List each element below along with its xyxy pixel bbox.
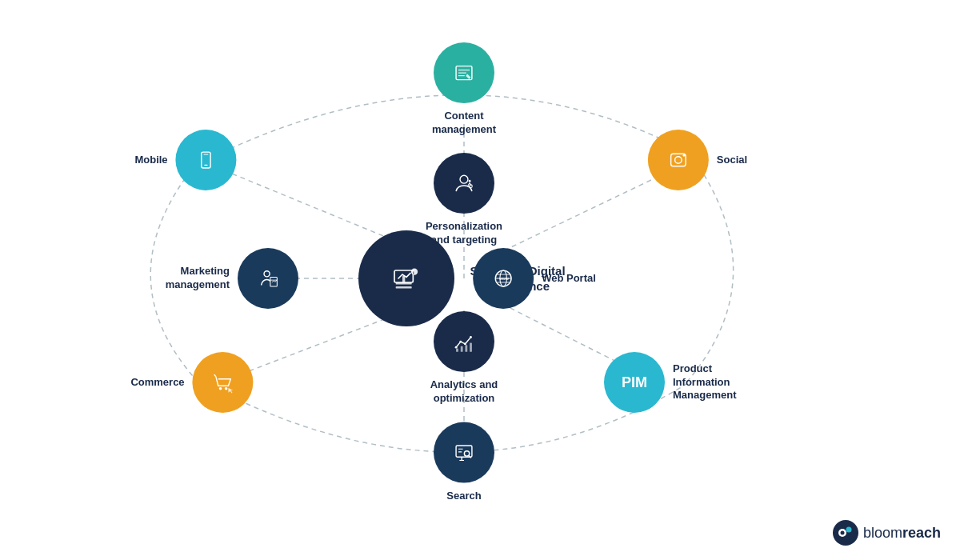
- diagram-container: .dash-line { stroke: #b0bec5; stroke-wid…: [0, 0, 960, 560]
- svg-rect-47: [456, 446, 472, 457]
- svg-point-14: [460, 175, 468, 183]
- marketing-circle: [238, 248, 298, 309]
- svg-point-40: [683, 154, 686, 157]
- commerce-node: Commerce: [130, 352, 253, 413]
- svg-point-44: [219, 387, 222, 390]
- svg-rect-30: [470, 343, 472, 352]
- svg-rect-10: [402, 276, 405, 282]
- personalization-node: Personalization and targeting: [416, 153, 512, 247]
- commerce-circle: [193, 352, 254, 413]
- svg-text:www: www: [498, 277, 509, 281]
- svg-point-56: [846, 527, 851, 533]
- svg-point-25: [464, 343, 466, 346]
- svg-rect-29: [465, 345, 467, 352]
- personalization-label: Personalization and targeting: [416, 220, 512, 247]
- logo-icon: [833, 520, 858, 546]
- pim-label: Product Information Management: [673, 362, 769, 403]
- logo-text: bloomreach: [863, 525, 941, 542]
- svg-point-23: [455, 346, 458, 349]
- svg-rect-9: [396, 286, 412, 289]
- web-portal-label: Web Portal: [542, 272, 596, 286]
- pim-text: PIM: [622, 374, 647, 391]
- logo: bloomreach: [833, 520, 941, 546]
- mobile-circle: [176, 130, 237, 190]
- analytics-circle: [434, 311, 494, 372]
- analytics-label: Analytics and optimization: [416, 378, 512, 406]
- social-label: Social: [717, 154, 747, 167]
- marketing-label: Marketing management: [134, 265, 230, 292]
- mobile-label: Mobile: [134, 154, 167, 167]
- personalization-circle: [434, 153, 494, 214]
- pim-circle: PIM: [604, 352, 665, 413]
- content-management-circle: [434, 42, 494, 103]
- pim-node: PIM Product Information Management: [604, 352, 769, 413]
- web-portal-circle: www: [473, 248, 534, 309]
- content-management-node: Content management: [416, 42, 512, 137]
- svg-line-46: [214, 374, 216, 377]
- svg-point-24: [459, 341, 462, 343]
- search-label: Search: [446, 490, 481, 503]
- content-management-label: Content management: [416, 110, 512, 137]
- social-circle: [648, 130, 709, 190]
- marketing-node: Marketing management: [134, 248, 298, 309]
- svg-point-12: [411, 269, 418, 275]
- svg-rect-27: [456, 349, 458, 352]
- svg-rect-42: [270, 278, 278, 286]
- svg-point-15: [469, 180, 471, 182]
- commerce-label: Commerce: [130, 376, 184, 390]
- mobile-node: Mobile: [134, 130, 236, 190]
- svg-point-45: [225, 387, 228, 390]
- search-circle: [434, 422, 494, 483]
- svg-rect-28: [461, 346, 463, 352]
- svg-point-39: [675, 157, 682, 164]
- svg-point-57: [840, 531, 844, 535]
- web-portal-node: www Web Portal: [473, 248, 596, 309]
- analytics-node: Analytics and optimization: [416, 311, 512, 406]
- search-node: Search: [434, 422, 494, 503]
- svg-point-41: [264, 271, 270, 277]
- social-node: Social: [648, 130, 747, 190]
- svg-point-26: [470, 336, 472, 338]
